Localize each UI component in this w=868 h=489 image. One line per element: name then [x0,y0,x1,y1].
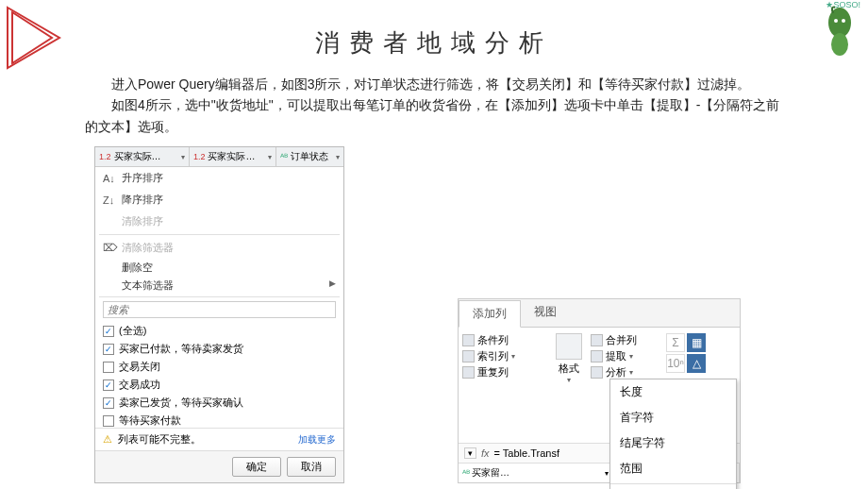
extract-dropdown-menu: 长度 首字符 结尾字符 范围 分隔符之前的文本 [609,379,737,489]
dropdown-icon[interactable]: ▾ [464,447,476,459]
checkbox-icon: ✓ [103,326,114,337]
brand-triangle-icon [5,5,71,71]
clear-filter-icon: ⌦ [103,242,116,254]
chevron-down-icon: ▾ [268,153,272,161]
calc-icon[interactable]: ▦ [687,333,706,352]
filter-check-success[interactable]: ✓交易成功 [103,376,336,394]
checkbox-icon: ✓ [103,344,114,355]
incomplete-list-warning: 列表可能不完整。 [118,432,201,447]
sigma-icon[interactable]: Σ [666,333,685,352]
ok-button[interactable]: 确定 [232,457,281,477]
load-more-link[interactable]: 加载更多 [298,433,336,447]
chevron-down-icon: ▾ [567,376,571,384]
number-type-icon: 1.2 [99,152,111,161]
fx-icon: fx [481,447,490,459]
sort-desc-icon: Z↓ [103,194,116,206]
parse-icon [591,366,603,379]
page-title: 消费者地域分析 [0,26,868,59]
merge-columns-button[interactable]: 合并列 [591,333,657,347]
extract-range[interactable]: 范围 [610,456,736,481]
index-column-button[interactable]: 索引列▾ [462,349,547,363]
chevron-down-icon: ▾ [181,153,185,161]
clear-filter: ⌦清除筛选器 [95,237,343,259]
formula-text: = Table.Transf [494,447,559,459]
paragraph-1: 进入Power Query编辑器后，如图3所示，对订单状态进行筛选，将【交易关闭… [85,74,783,94]
tab-view[interactable]: 视图 [521,299,570,327]
sort-asc-icon: A↓ [103,173,116,184]
trig-icon[interactable]: △ [687,354,706,373]
filter-search-input[interactable] [103,301,336,318]
grid-col-remark[interactable]: ᴬᴮ买家留…▾ [459,464,613,482]
conditional-column-button[interactable]: 条件列 [462,333,547,347]
body-text: 进入Power Query编辑器后，如图3所示，对订单状态进行筛选，将【交易关闭… [85,74,783,137]
extract-last-chars[interactable]: 结尾字符 [610,430,736,456]
checkbox-icon [103,415,114,427]
checkbox-icon: ✓ [103,379,114,391]
duplicate-col-icon [462,366,475,379]
extract-first-chars[interactable]: 首字符 [610,405,736,430]
cancel-button[interactable]: 取消 [287,457,336,477]
conditional-col-icon [462,334,475,346]
extract-length[interactable]: 长度 [610,379,736,405]
svg-point-3 [842,19,845,23]
mascot-icon [816,2,863,59]
exp-icon[interactable]: 10ⁿ [666,354,685,373]
filter-check-shipped[interactable]: ✓卖家已发货，等待买家确认 [103,394,336,412]
filter-check-all[interactable]: ✓(全选) [103,322,336,340]
checkbox-icon: ✓ [103,397,114,409]
tab-add-column[interactable]: 添加列 [459,300,521,328]
clear-sort: 清除排序 [95,211,343,232]
chevron-down-icon: ▾ [336,153,340,161]
format-button[interactable]: 格式 ▾ [553,333,585,384]
format-icon [556,333,582,360]
filter-dropdown-panel: 1.2买家实际…▾ 1.2买家实际…▾ ᴬᴮ订单状态▾ A↓升序排序 Z↓降序排… [94,146,344,483]
submenu-arrow-icon: ▶ [329,278,336,288]
svg-point-1 [831,33,848,56]
number-type-icon: 1.2 [193,152,206,161]
filter-check-paid[interactable]: ✓买家已付款，等待卖家发货 [103,340,336,358]
merge-icon [591,334,603,346]
column-header-2[interactable]: 1.2买家实际…▾ [190,147,276,166]
remove-empty[interactable]: 删除空 [95,259,343,277]
text-type-icon: ᴬᴮ [280,152,288,162]
warning-icon: ⚠ [103,433,112,446]
column-header-3[interactable]: ᴬᴮ订单状态▾ [276,147,343,166]
filter-check-closed[interactable]: 交易关闭 [103,358,336,376]
ribbon-panel: 添加列 视图 条件列 索引列▾ 重复列 格式 ▾ 合并列 提取▾ 分析▾ [458,298,741,483]
paragraph-2: 如图4所示，选中"收货地址"，可以提取出每笔订单的收货省份，在【添加列】选项卡中… [85,94,783,137]
stats-group: Σ ▦ 10ⁿ △ [666,333,706,384]
svg-point-2 [834,19,838,23]
duplicate-column-button[interactable]: 重复列 [462,365,547,379]
column-headers: 1.2买家实际…▾ 1.2买家实际…▾ ᴬᴮ订单状态▾ [95,147,343,167]
extract-icon [591,350,603,363]
sort-descending[interactable]: Z↓降序排序 [95,189,343,211]
sort-ascending[interactable]: A↓升序排序 [95,167,343,189]
parse-button[interactable]: 分析▾ [591,365,657,379]
text-filters-submenu[interactable]: 文本筛选器▶ [95,277,343,295]
column-header-1[interactable]: 1.2买家实际…▾ [95,147,190,166]
checkbox-icon [103,362,114,373]
filter-values-list: ✓(全选) ✓买家已付款，等待卖家发货 交易关闭 ✓交易成功 ✓卖家已发货，等待… [103,322,336,426]
extract-button[interactable]: 提取▾ [591,349,657,363]
index-col-icon [462,350,475,363]
